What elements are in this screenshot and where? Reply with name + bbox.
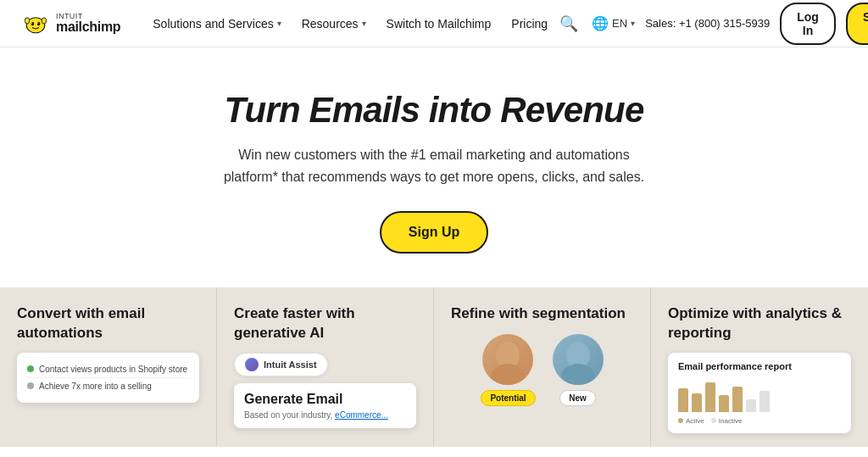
svg-point-2 xyxy=(31,21,35,25)
bar-7 xyxy=(760,391,770,412)
badge-potential: Potential xyxy=(481,390,535,406)
legend-item: Active xyxy=(678,417,704,425)
nav-links: Solutions and Services ▾ Resources ▾ Swi… xyxy=(144,12,556,36)
hero-subtitle: Win new customers with the #1 email mark… xyxy=(214,144,654,187)
logo-link[interactable]: INTUIT mailchimp xyxy=(20,8,120,39)
segmentation-mockup: Potential New xyxy=(451,334,633,406)
badge-new: New xyxy=(559,390,596,406)
avatar-potential xyxy=(482,334,533,385)
mockup-text: Achieve 7x more into a selling xyxy=(39,382,152,391)
mockup-row: Achieve 7x more into a selling xyxy=(27,378,189,394)
ai-card-body: Generate Email Based on your industry, e… xyxy=(234,383,416,428)
seg-item-potential: Potential xyxy=(481,334,535,406)
hero-title: Turn Emails into Revenue xyxy=(225,90,644,131)
ai-badge: Intuit Assist xyxy=(234,353,328,376)
chevron-down-icon: ▾ xyxy=(631,19,635,28)
mockup-text: Contact views products in Shopify store xyxy=(39,365,187,374)
features-strip: Convert with email automations Contact v… xyxy=(0,287,868,446)
signup-button-nav[interactable]: Sign Up xyxy=(846,3,868,45)
nav-item-resources[interactable]: Resources ▾ xyxy=(293,12,375,36)
svg-point-3 xyxy=(37,21,41,25)
language-selector[interactable]: 🌐 EN ▾ xyxy=(592,15,635,31)
mailchimp-label: mailchimp xyxy=(56,20,120,34)
automations-mockup: Contact views products in Shopify store … xyxy=(17,353,199,403)
legend-dot-active xyxy=(678,418,683,423)
seg-item-new: New xyxy=(553,334,604,406)
hero-section: Turn Emails into Revenue Win new custome… xyxy=(0,47,868,287)
feature-card-segmentation: Refine with segmentation Potential xyxy=(434,287,651,446)
feature-title-automations: Convert with email automations xyxy=(17,304,199,342)
bar-4 xyxy=(719,395,729,412)
ai-card-link[interactable]: eCommerce... xyxy=(335,410,388,420)
chevron-down-icon: ▾ xyxy=(277,19,281,28)
globe-icon: 🌐 xyxy=(592,15,609,31)
nav-item-solutions[interactable]: Solutions and Services ▾ xyxy=(144,12,289,36)
bar-6 xyxy=(746,399,756,412)
svg-point-5 xyxy=(37,22,38,23)
analytics-legend: Active Inactive xyxy=(678,417,841,425)
ai-card-title: Generate Email xyxy=(244,392,406,407)
feature-card-automations: Convert with email automations Contact v… xyxy=(0,287,217,446)
feature-card-ai: Create faster with generative AI Intuit … xyxy=(217,287,434,446)
logo-text: INTUIT mailchimp xyxy=(56,13,120,34)
bar-5 xyxy=(732,387,743,412)
feature-title-analytics: Optimize with analytics & reporting xyxy=(668,304,851,342)
svg-point-11 xyxy=(561,364,595,385)
svg-point-7 xyxy=(42,17,46,23)
nav-item-pricing[interactable]: Pricing xyxy=(503,12,556,36)
legend-item: Inactive xyxy=(711,417,743,425)
navbar: INTUIT mailchimp Solutions and Services … xyxy=(0,0,868,47)
feature-title-segmentation: Refine with segmentation xyxy=(451,304,633,323)
status-dot xyxy=(27,382,34,389)
intuit-assist-icon xyxy=(245,358,259,371)
ai-card-sub: Based on your industry, eCommerce... xyxy=(244,410,406,420)
svg-point-6 xyxy=(25,17,29,23)
nav-right: 🔍 🌐 EN ▾ Sales: +1 (800) 315-5939 Log In… xyxy=(556,3,868,45)
analytics-report-title: Email performance report xyxy=(678,361,841,371)
bar-2 xyxy=(692,393,702,412)
svg-point-9 xyxy=(491,364,525,385)
signup-button-hero[interactable]: Sign Up xyxy=(380,211,488,254)
login-button[interactable]: Log In xyxy=(780,3,836,45)
search-icon[interactable]: 🔍 xyxy=(556,11,581,36)
sales-phone: Sales: +1 (800) 315-5939 xyxy=(645,17,770,30)
mockup-row: Contact views products in Shopify store xyxy=(27,361,189,378)
bar-1 xyxy=(678,388,688,412)
legend-dot-inactive xyxy=(711,418,716,423)
analytics-bars xyxy=(678,378,841,412)
mailchimp-logo-icon xyxy=(20,8,51,39)
chevron-down-icon: ▾ xyxy=(362,19,366,28)
status-dot xyxy=(27,365,34,372)
feature-card-analytics: Optimize with analytics & reporting Emai… xyxy=(651,287,868,446)
feature-title-ai: Create faster with generative AI xyxy=(234,304,416,342)
bar-3 xyxy=(705,382,715,412)
avatar-new xyxy=(553,334,604,385)
nav-item-switch[interactable]: Switch to Mailchimp xyxy=(378,12,500,36)
svg-point-4 xyxy=(31,22,32,23)
analytics-mockup: Email performance report Active Inactive xyxy=(668,353,851,433)
